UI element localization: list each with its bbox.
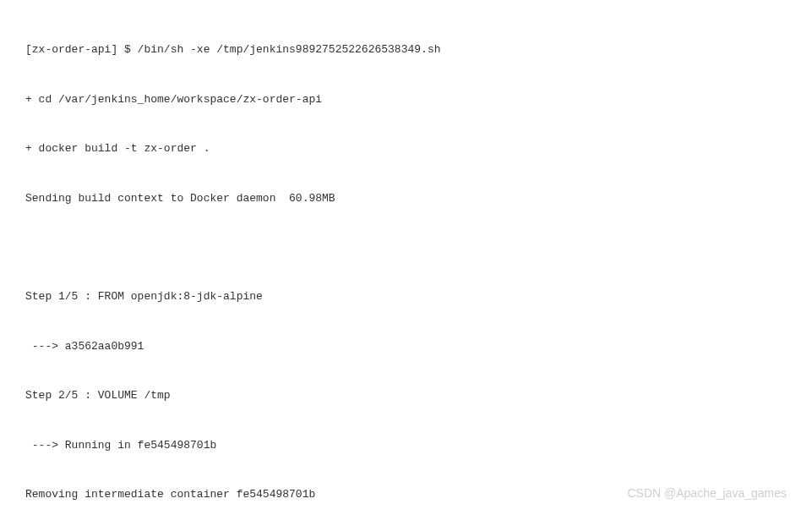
console-line: Sending build context to Docker daemon 6…: [25, 190, 787, 207]
console-line: Step 2/5 : VOLUME /tmp: [25, 387, 787, 404]
console-line: + cd /var/jenkins_home/workspace/zx-orde…: [25, 91, 787, 108]
console-line: [zx-order-api] $ /bin/sh -xe /tmp/jenkin…: [25, 41, 787, 58]
console-output: [zx-order-api] $ /bin/sh -xe /tmp/jenkin…: [25, 8, 787, 515]
console-line: Step 1/5 : FROM openjdk:8-jdk-alpine: [25, 288, 787, 305]
console-line: + docker build -t zx-order .: [25, 140, 787, 157]
console-line: ---> a3562aa0b991: [25, 338, 787, 355]
watermark: CSDN @Apache_java_games: [627, 485, 787, 502]
console-line: ---> Running in fe545498701b: [25, 437, 787, 454]
console-line: [25, 239, 787, 255]
